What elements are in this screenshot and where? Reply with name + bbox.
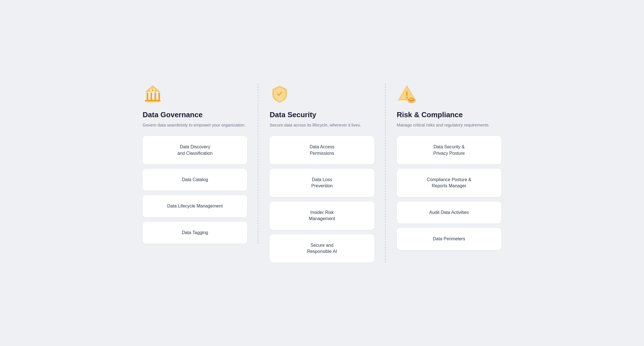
- security-card-3[interactable]: Secure andResponsible AI: [270, 234, 374, 263]
- column-risk: Risk & ComplianceManage critical risks a…: [386, 84, 501, 250]
- risk-card-0-label: Data Security &Privacy Posture: [402, 144, 496, 156]
- security-card-0-label: Data AccessPermissions: [275, 144, 369, 156]
- svg-rect-2: [147, 93, 148, 100]
- risk-card-1[interactable]: Compliance Posture &Reports Manager: [397, 169, 501, 197]
- governance-card-0[interactable]: Data Discoveryand Classification: [143, 136, 247, 164]
- governance-card-1[interactable]: Data Catalog: [143, 169, 247, 191]
- security-card-0[interactable]: Data AccessPermissions: [270, 136, 374, 164]
- svg-rect-3: [150, 93, 152, 100]
- risk-title: Risk & Compliance: [397, 110, 501, 119]
- svg-rect-1: [145, 100, 161, 102]
- svg-rect-5: [158, 93, 160, 100]
- governance-cards-list: Data Discoveryand ClassificationData Cat…: [143, 136, 247, 244]
- security-description: Secure data across its lifecycle, wherev…: [270, 122, 374, 128]
- security-card-1[interactable]: Data LossPrevention: [270, 169, 374, 197]
- governance-description: Govern data seamlessly to empower your o…: [143, 122, 247, 128]
- security-card-1-label: Data LossPrevention: [275, 177, 369, 189]
- security-icon: [270, 84, 290, 104]
- governance-card-1-label: Data Catalog: [148, 177, 242, 183]
- svg-rect-4: [154, 93, 156, 100]
- columns-wrapper: Data GovernanceGovern data seamlessly to…: [143, 84, 501, 263]
- risk-description: Manage critical risks and regulatory req…: [397, 122, 501, 128]
- security-cards-list: Data AccessPermissionsData LossPreventio…: [270, 136, 374, 262]
- governance-card-3[interactable]: Data Tagging: [143, 222, 247, 244]
- risk-card-0[interactable]: Data Security &Privacy Posture: [397, 136, 501, 164]
- risk-icon: [397, 84, 417, 104]
- security-card-2-label: Insider RiskManagement: [275, 209, 369, 222]
- risk-card-3-label: Data Perimeters: [402, 236, 496, 242]
- svg-point-10: [406, 96, 408, 98]
- risk-card-1-label: Compliance Posture &Reports Manager: [402, 177, 496, 189]
- governance-card-0-label: Data Discoveryand Classification: [148, 144, 242, 156]
- governance-card-2-label: Data Lifecycle Management: [148, 203, 242, 209]
- column-security: Data SecuritySecure data across its life…: [258, 84, 385, 263]
- svg-rect-9: [406, 91, 408, 96]
- svg-point-8: [152, 89, 154, 91]
- risk-cards-list: Data Security &Privacy PostureCompliance…: [397, 136, 501, 250]
- risk-card-3[interactable]: Data Perimeters: [397, 228, 501, 250]
- governance-icon: [143, 84, 163, 104]
- risk-card-2[interactable]: Audit Data Activities: [397, 202, 501, 223]
- governance-card-2[interactable]: Data Lifecycle Management: [143, 195, 247, 217]
- svg-point-14: [410, 97, 413, 99]
- security-card-3-label: Secure andResponsible AI: [275, 242, 369, 255]
- governance-title: Data Governance: [143, 110, 247, 119]
- governance-card-3-label: Data Tagging: [148, 230, 242, 236]
- security-card-2[interactable]: Insider RiskManagement: [270, 202, 374, 230]
- security-title: Data Security: [270, 110, 374, 119]
- risk-card-2-label: Audit Data Activities: [402, 209, 496, 216]
- column-governance: Data GovernanceGovern data seamlessly to…: [143, 84, 258, 244]
- page-container: Data GovernanceGovern data seamlessly to…: [126, 72, 518, 274]
